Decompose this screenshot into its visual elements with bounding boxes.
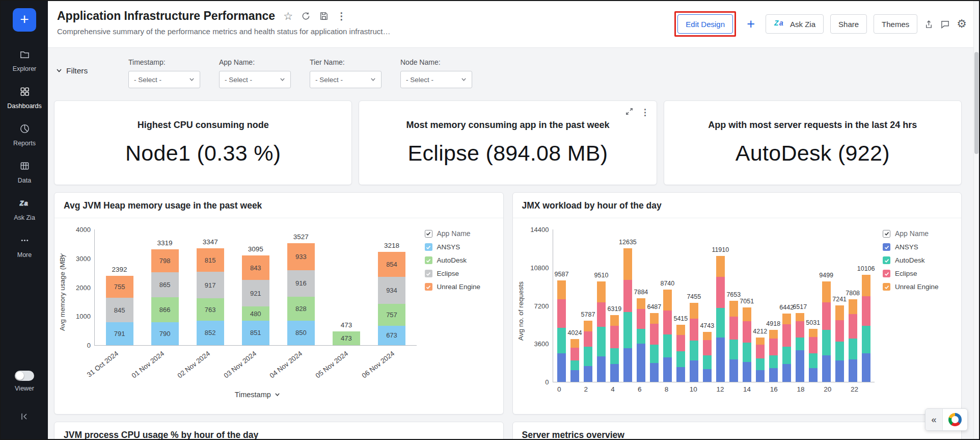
bar-segment-autodesk[interactable] xyxy=(835,342,844,360)
bar-segment-ansys[interactable] xyxy=(796,350,804,382)
bar-segment-unreal-engine[interactable] xyxy=(809,329,818,338)
bar-segment-unreal-engine[interactable]: 798 xyxy=(151,249,179,272)
bar-segment-unreal-engine[interactable] xyxy=(796,313,804,322)
legend-item-unreal-engine[interactable]: Unreal Engine xyxy=(425,283,498,291)
legend-item-ansys[interactable]: ANSYS xyxy=(883,243,956,251)
bar-segment-autodesk[interactable] xyxy=(756,358,765,370)
bar-segment-ansys[interactable]: 850 xyxy=(287,321,315,345)
bar-segment-autodesk[interactable]: 473 xyxy=(333,331,360,345)
bar-segment-ansys[interactable]: 852 xyxy=(197,321,224,345)
bar-segment-eclipse[interactable]: 865 xyxy=(151,272,179,297)
comments-icon[interactable] xyxy=(940,19,950,29)
bar-segment-autodesk[interactable] xyxy=(769,355,778,368)
bar-segment-ansys[interactable] xyxy=(743,362,751,382)
bar-segment-autodesk[interactable] xyxy=(610,348,619,364)
bar-31-oct-2024[interactable]: 2392791845755 xyxy=(97,229,142,345)
legend-checkbox[interactable] xyxy=(425,283,432,291)
double-chevron-left-icon[interactable]: « xyxy=(925,409,943,430)
bar-segment-eclipse[interactable]: 916 xyxy=(287,270,315,297)
bar-segment-ansys[interactable] xyxy=(862,353,870,382)
app-name-select[interactable]: - Select - xyxy=(219,71,291,88)
bar-02-nov-2024[interactable]: 3347852763917815 xyxy=(187,229,233,345)
sidebar-item-more[interactable]: More xyxy=(1,235,48,258)
bar-20[interactable]: 9499 xyxy=(820,229,833,382)
bar-10[interactable]: 7455 xyxy=(687,229,700,382)
bar-segment-ansys[interactable] xyxy=(610,364,619,382)
legend-item-autodesk[interactable]: AutoDesk xyxy=(425,256,498,264)
bar-segment-unreal-engine[interactable] xyxy=(849,299,857,314)
bar-segment-unreal-engine[interactable]: 933 xyxy=(287,243,315,270)
bar-15[interactable]: 4212 xyxy=(753,229,767,382)
bar-segment-unreal-engine[interactable] xyxy=(729,301,738,317)
bar-segment-ansys[interactable] xyxy=(650,363,659,382)
themes-button[interactable]: Themes xyxy=(874,14,917,34)
bar-05-nov-2024[interactable]: 473473 xyxy=(323,229,369,345)
bar-segment-eclipse[interactable] xyxy=(690,319,698,341)
bar-segment-eclipse[interactable] xyxy=(570,348,579,360)
scrollbar-thumb[interactable] xyxy=(974,52,978,154)
bar-segment-unreal-engine[interactable] xyxy=(716,256,725,277)
bar-segment-unreal-engine[interactable]: 843 xyxy=(242,255,269,280)
bar-segment-autodesk[interactable] xyxy=(690,341,698,360)
bar-segment-autodesk[interactable] xyxy=(663,334,672,358)
bar-17[interactable]: 6442 xyxy=(780,229,793,382)
tier-name-select[interactable]: - Select - xyxy=(310,71,382,88)
bar-segment-unreal-engine[interactable] xyxy=(637,298,645,309)
bar-segment-eclipse[interactable] xyxy=(637,309,645,329)
bar-segment-autodesk[interactable]: 866 xyxy=(151,297,179,322)
bar-19[interactable]: 5031 xyxy=(806,229,820,382)
export-icon[interactable] xyxy=(924,19,934,29)
sidebar-item-explorer[interactable]: Explorer xyxy=(1,49,48,72)
bar-segment-ansys[interactable] xyxy=(822,355,831,382)
bar-segment-ansys[interactable] xyxy=(597,356,606,382)
sidebar-item-ask-zia[interactable]: Za Ask Zia xyxy=(1,198,48,221)
app-logo[interactable]: + xyxy=(13,8,36,32)
bar-segment-ansys[interactable] xyxy=(703,369,712,382)
bar-0[interactable]: 9587 xyxy=(555,229,568,382)
legend-checkbox[interactable] xyxy=(425,270,432,277)
bar-segment-unreal-engine[interactable] xyxy=(650,313,659,324)
bar-segment-ansys[interactable] xyxy=(769,368,778,382)
bar-segment-unreal-engine[interactable] xyxy=(822,281,831,303)
bar-segment-eclipse[interactable]: 917 xyxy=(197,272,224,298)
bar-segment-autodesk[interactable] xyxy=(729,340,738,359)
save-icon[interactable] xyxy=(319,11,329,21)
bar-segment-ansys[interactable]: 790 xyxy=(151,322,179,345)
bar-18[interactable]: 6517 xyxy=(793,229,806,382)
bar-segment-ansys[interactable] xyxy=(676,367,685,382)
bar-segment-unreal-engine[interactable] xyxy=(663,290,672,311)
scrollbar[interactable] xyxy=(973,1,979,439)
bar-segment-unreal-engine[interactable] xyxy=(557,280,566,299)
bar-segment-ansys[interactable] xyxy=(557,353,566,382)
bar-segment-eclipse[interactable]: 934 xyxy=(378,277,405,304)
bar-segment-autodesk[interactable]: 828 xyxy=(287,297,315,321)
bar-segment-unreal-engine[interactable] xyxy=(835,305,844,320)
legend-checkbox[interactable] xyxy=(425,256,432,264)
bar-segment-eclipse[interactable] xyxy=(623,280,632,312)
bar-segment-eclipse[interactable] xyxy=(743,321,751,343)
bar-13[interactable]: 7653 xyxy=(727,229,740,382)
assistant-widget[interactable]: « xyxy=(925,408,968,431)
bar-segment-unreal-engine[interactable] xyxy=(597,281,606,303)
bar-segment-unreal-engine[interactable] xyxy=(584,321,592,331)
bar-segment-autodesk[interactable] xyxy=(584,347,592,366)
bar-segment-autodesk[interactable] xyxy=(703,355,712,369)
bar-segment-ansys[interactable] xyxy=(637,344,645,382)
bar-segment-eclipse[interactable] xyxy=(769,339,778,356)
legend-checkbox[interactable] xyxy=(425,243,432,251)
bar-segment-unreal-engine[interactable]: 854 xyxy=(378,252,405,276)
bar-5[interactable]: 12635 xyxy=(621,229,634,382)
bar-1[interactable]: 4024 xyxy=(568,229,581,382)
bar-segment-ansys[interactable] xyxy=(756,370,765,382)
bar-segment-eclipse[interactable] xyxy=(650,324,659,345)
bar-segment-unreal-engine[interactable] xyxy=(756,338,765,345)
bar-segment-unreal-engine[interactable] xyxy=(570,339,579,348)
bar-16[interactable]: 4918 xyxy=(767,229,780,382)
legend-item-eclipse[interactable]: Eclipse xyxy=(883,270,956,277)
bar-segment-ansys[interactable]: 851 xyxy=(242,321,269,345)
bar-segment-eclipse[interactable] xyxy=(597,302,606,327)
bar-segment-autodesk[interactable] xyxy=(822,330,831,355)
bar-segment-ansys[interactable] xyxy=(570,370,579,382)
x-axis-title[interactable]: Timestamp xyxy=(94,391,421,399)
bar-segment-unreal-engine[interactable] xyxy=(676,325,685,335)
